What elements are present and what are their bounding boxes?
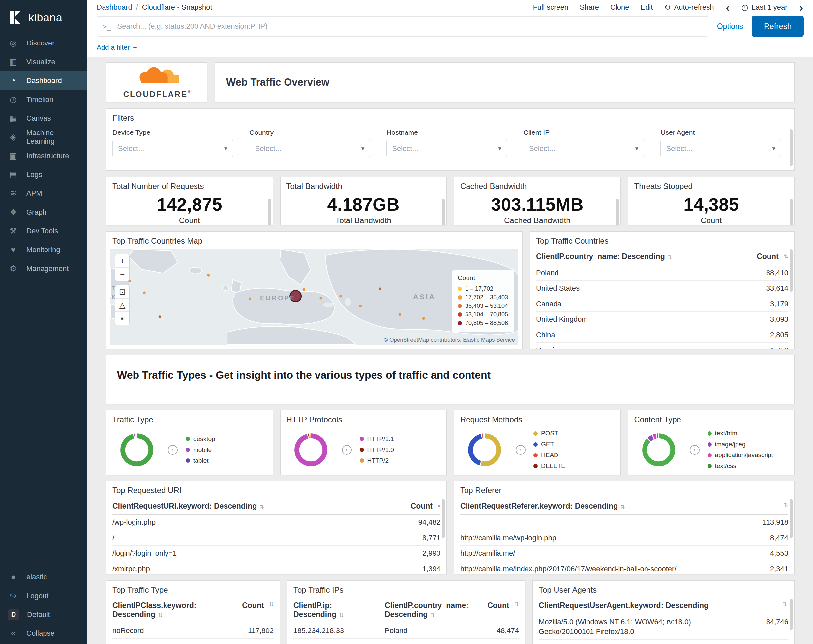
sidebar-item-discover[interactable]: ◎ Discover: [0, 34, 87, 52]
column-header-referer[interactable]: ClientRequestReferer.keyword: Descending…: [460, 501, 732, 511]
auto-refresh-button[interactable]: ↻ Auto-refresh: [664, 3, 714, 12]
sidebar-item-logs[interactable]: ▤ Logs: [0, 165, 87, 184]
count-value: 33,614: [732, 284, 788, 293]
sidebar-item-default-space[interactable]: D Default: [0, 605, 87, 624]
legend-color-dot: [707, 442, 712, 446]
column-header-count[interactable]: Count⇅: [732, 252, 788, 261]
sidebar-item-visualize[interactable]: ▥ Visualize: [0, 52, 87, 71]
refresh-button[interactable]: Refresh: [752, 16, 804, 37]
sidebar-item-management[interactable]: ⚙ Management: [0, 259, 87, 278]
panel-title: Total Bandwidth: [281, 177, 447, 193]
overview-title-panel: Web Traffic Overview: [215, 62, 795, 103]
scrollbar-thumb[interactable]: [442, 499, 445, 538]
breadcrumb-dashboard-link[interactable]: Dashboard: [97, 3, 132, 12]
timelion-icon: ◷: [8, 95, 18, 104]
donut-legend-item[interactable]: text/html: [707, 429, 773, 438]
sidebar-item-timelion[interactable]: ◷ Timelion: [0, 90, 87, 109]
client-ip-select[interactable]: Select... ▾: [523, 140, 644, 157]
time-range-button[interactable]: ◷ Last 1 year: [741, 3, 788, 12]
column-header-class[interactable]: ClientIPClass.keyword: Descending⇅: [112, 601, 231, 619]
column-header-count[interactable]: Count⇅: [476, 601, 519, 610]
time-prev-button[interactable]: ‹: [725, 2, 730, 13]
donut-legend-item[interactable]: HTTP/1.0: [360, 446, 394, 454]
column-header-count[interactable]: ⇅: [732, 501, 788, 508]
edit-button[interactable]: Edit: [640, 3, 653, 12]
scrollbar-thumb[interactable]: [790, 250, 793, 292]
donut-legend-item[interactable]: HEAD: [534, 451, 565, 460]
sidebar-item-logout[interactable]: ↪ Logout: [0, 586, 87, 605]
request-methods-donut[interactable]: [466, 431, 503, 468]
legend-label: application/javascript: [715, 451, 773, 460]
scrollbar-thumb[interactable]: [790, 199, 793, 225]
column-header-count[interactable]: Count▾: [391, 501, 440, 511]
search-input[interactable]: [117, 22, 708, 31]
donut-legend-item[interactable]: text/css: [707, 462, 773, 470]
crop-tool-button[interactable]: ⊡: [115, 285, 129, 299]
clone-button[interactable]: Clone: [610, 3, 629, 12]
hostname-select[interactable]: Select... ▾: [387, 140, 507, 157]
dashboard-title: Web Traffic Overview: [215, 63, 794, 102]
options-link[interactable]: Options: [717, 22, 743, 31]
device-type-select[interactable]: Select... ▾: [112, 140, 233, 157]
map-legend-item: 53,104 – 70,805: [458, 310, 508, 319]
count-value: 117,802: [231, 627, 274, 635]
add-filter-label: Add a filter: [97, 43, 130, 51]
time-next-button[interactable]: ›: [799, 2, 804, 13]
kibana-logo[interactable]: kibana: [0, 0, 87, 34]
expand-legend-icon[interactable]: ›: [168, 445, 178, 455]
referer-value: http://camilia.me/: [460, 549, 732, 558]
map-canvas[interactable]: EUROPE ASIA TH IC + −: [110, 250, 518, 345]
sidebar-item-label: Management: [26, 264, 69, 273]
donut-legend-item[interactable]: desktop: [186, 435, 215, 443]
expand-legend-icon[interactable]: ›: [515, 445, 526, 455]
traffic-type-donut[interactable]: [118, 431, 155, 468]
sidebar-item-dev-tools[interactable]: ⚒ Dev Tools: [0, 221, 87, 240]
donut-legend-item[interactable]: mobile: [186, 446, 215, 454]
donut-legend-item[interactable]: DELETE: [534, 462, 565, 470]
traffic-map-panel: Top Traffic Countries Map: [106, 232, 523, 349]
expand-legend-icon[interactable]: ›: [342, 445, 352, 455]
rectangle-tool-button[interactable]: ▪: [115, 312, 129, 325]
sidebar-item-collapse[interactable]: « Collapse: [0, 624, 87, 643]
add-filter-link[interactable]: Add a filter +: [97, 43, 137, 51]
map-attribution[interactable]: © OpenStreetMap contributors, Elastic Ma…: [384, 337, 515, 343]
sidebar-item-elastic[interactable]: ● elastic: [0, 567, 87, 586]
column-header-uri[interactable]: ClientRequestURI.keyword: Descending⇅: [112, 501, 391, 511]
sidebar-item-machine-learning[interactable]: ◈ Machine Learning: [0, 127, 87, 146]
donut-legend-item[interactable]: GET: [534, 440, 565, 449]
zoom-in-button[interactable]: +: [115, 255, 129, 268]
content-type-donut[interactable]: [640, 431, 677, 468]
donut-legend-item[interactable]: POST: [534, 429, 565, 438]
column-header-country[interactable]: ClientIP.country_name: Descending⇅: [385, 601, 476, 619]
scrollbar-thumb[interactable]: [790, 499, 793, 538]
column-header-user-agent[interactable]: ClientRequestUserAgent.keyword: Descendi…: [539, 601, 788, 610]
http-protocols-donut[interactable]: [292, 431, 329, 468]
scrollbar-thumb[interactable]: [442, 199, 445, 225]
sidebar-item-infrastructure[interactable]: ▣ Infrastructure: [0, 146, 87, 165]
sidebar-item-canvas[interactable]: ▦ Canvas: [0, 109, 87, 127]
sidebar-item-dashboard[interactable]: ◔ Dashboard: [0, 71, 87, 90]
country-select[interactable]: Select... ▾: [250, 140, 370, 157]
polygon-tool-button[interactable]: △: [115, 299, 129, 312]
donut-legend-item[interactable]: HTTP/1.1: [360, 435, 394, 443]
full-screen-button[interactable]: Full screen: [533, 3, 569, 12]
scrollbar-thumb[interactable]: [268, 199, 271, 225]
donut-legend-item[interactable]: application/javascript: [707, 451, 773, 460]
sidebar-item-monitoring[interactable]: ♥ Monitoring: [0, 240, 87, 259]
count-value: 84,746: [746, 617, 788, 627]
expand-legend-icon[interactable]: ›: [690, 445, 699, 455]
donut-legend-item[interactable]: tablet: [186, 457, 215, 465]
user-agent-select[interactable]: Select... ▾: [660, 140, 781, 157]
scrollbar-thumb[interactable]: [790, 129, 793, 166]
zoom-out-button[interactable]: −: [115, 268, 129, 281]
sidebar-item-graph[interactable]: ❖ Graph: [0, 203, 87, 221]
donut-legend-item[interactable]: HTTP/2: [360, 457, 394, 465]
scrollbar-thumb[interactable]: [790, 598, 793, 630]
share-button[interactable]: Share: [580, 3, 599, 12]
column-header-count[interactable]: Count⇅: [231, 601, 274, 610]
scrollbar-thumb[interactable]: [616, 199, 619, 225]
column-header-country[interactable]: ClientIP.country_name: Descending⇅: [536, 252, 732, 261]
donut-legend-item[interactable]: image/jpeg: [707, 440, 773, 449]
column-header-ip[interactable]: ClientIP.ip: Descending⇅: [293, 601, 385, 619]
sidebar-item-apm[interactable]: ≋ APM: [0, 184, 87, 203]
